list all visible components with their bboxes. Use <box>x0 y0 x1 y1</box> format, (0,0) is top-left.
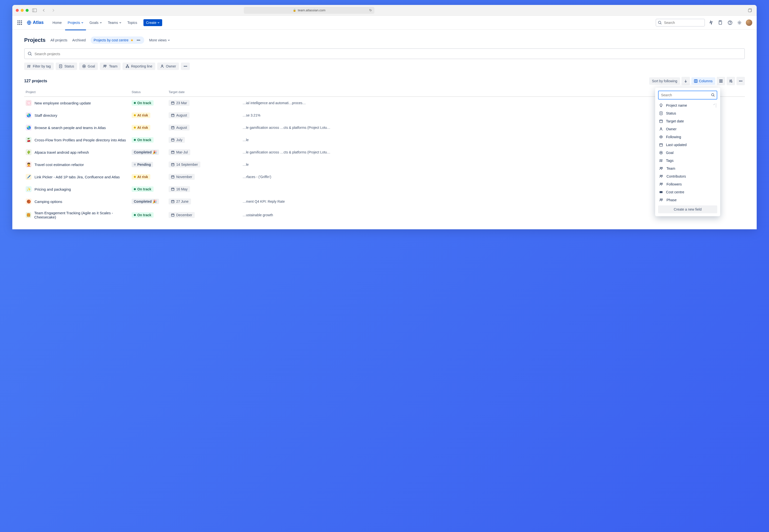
table-row[interactable]: ✨Pricing and packagingOn track16 May <box>24 183 745 195</box>
column-option[interactable]: Owner✕ <box>658 125 717 133</box>
column-label: Tags <box>666 159 674 163</box>
svg-point-24 <box>127 65 128 66</box>
table-row[interactable]: 🍒Cross-Flow from Profiles and People dir… <box>24 134 745 146</box>
filter-reporting[interactable]: Reporting line <box>122 63 155 70</box>
team-icon <box>659 166 664 170</box>
app-logo[interactable]: Atlas <box>27 20 44 25</box>
create-field-button[interactable]: Create a new field <box>658 205 717 213</box>
svg-point-57 <box>660 183 661 184</box>
table-row[interactable]: 🏀Camping optionsCompleted 🎉27 June…ment … <box>24 195 745 208</box>
sort-button[interactable]: Sort by following <box>649 77 680 85</box>
table-row[interactable]: 🌏Browse & search people and teams in Atl… <box>24 121 745 134</box>
status-chip: On track <box>132 137 153 143</box>
svg-point-26 <box>128 67 129 68</box>
filter-tag[interactable]: Filter by tag <box>24 63 54 70</box>
table-row[interactable]: 🖊️Link Picker - Add 1P tabs Jira, Conflu… <box>24 171 745 183</box>
create-button[interactable]: Create <box>143 19 162 26</box>
notifications-icon[interactable] <box>708 20 714 26</box>
forward-icon[interactable] <box>50 7 57 13</box>
column-label: Followers <box>667 182 682 186</box>
tabs-icon[interactable] <box>746 7 753 13</box>
user-icon <box>659 127 663 131</box>
table-row[interactable]: 🍔Team Engagement Tracking (Agile as it S… <box>24 208 745 222</box>
sort-direction-button[interactable] <box>682 77 690 85</box>
target-date: 27 June <box>169 199 191 204</box>
svg-point-55 <box>660 175 661 176</box>
project-icon: 🏀 <box>26 199 32 204</box>
tab-saved-view[interactable]: Projects by cost centre ★ ••• <box>91 36 144 44</box>
window-controls[interactable] <box>16 9 29 12</box>
app-switcher-icon[interactable] <box>17 20 23 26</box>
filter-more[interactable]: ••• <box>181 63 190 70</box>
reload-icon[interactable]: ↻ <box>369 8 372 12</box>
column-option[interactable]: Target date✓ <box>658 117 717 125</box>
col-status[interactable]: Status <box>132 90 169 94</box>
column-option[interactable]: Following✕ <box>658 133 717 141</box>
nav-projects[interactable]: Projects <box>65 19 86 26</box>
tab-archived[interactable]: Archived <box>72 38 85 42</box>
column-label: Following <box>666 135 681 139</box>
column-option[interactable]: Phase✕ <box>658 196 717 204</box>
svg-rect-39 <box>171 151 174 154</box>
column-option[interactable]: Contributors✕ <box>658 172 717 180</box>
column-option[interactable]: Tags✕ <box>658 157 717 165</box>
bookmark-icon[interactable] <box>718 20 724 26</box>
table-row[interactable]: 🌵Alpaca travel android app refreshComple… <box>24 146 745 158</box>
status-chip: On track <box>132 100 153 106</box>
filter-goal[interactable]: Goal <box>79 63 98 70</box>
more-actions-button[interactable]: ••• <box>736 77 745 85</box>
address-bar[interactable]: 🔒 team.atlassian.com ↻ <box>244 7 374 14</box>
global-search[interactable] <box>656 19 705 27</box>
goal-icon <box>659 151 663 155</box>
settings-icon[interactable] <box>736 20 742 26</box>
column-option[interactable]: Project name <box>658 101 717 109</box>
tab-all-projects[interactable]: All projects <box>51 38 67 42</box>
project-icon: 🌏 <box>26 125 32 131</box>
columns-button[interactable]: Columns <box>691 77 715 85</box>
column-option[interactable]: Team✕ <box>658 165 717 172</box>
column-option[interactable]: Status✓ <box>658 109 717 117</box>
chevron-down-icon <box>119 21 121 24</box>
svg-rect-6 <box>17 22 18 23</box>
filter-team[interactable]: Team <box>100 63 120 70</box>
filter-status[interactable]: Status <box>56 63 77 70</box>
chevron-down-icon <box>100 21 102 24</box>
table-row[interactable]: 🧑‍🦱Travel cost estimation refactorPendin… <box>24 158 745 171</box>
svg-rect-47 <box>660 120 663 123</box>
eye-icon <box>659 135 663 139</box>
svg-rect-5 <box>21 20 22 21</box>
filter-owner[interactable]: Owner <box>157 63 179 70</box>
chevron-down-icon <box>81 21 84 24</box>
col-target[interactable]: Target date <box>169 90 242 94</box>
column-option[interactable]: Cost centre✓ <box>658 188 717 196</box>
user-avatar[interactable] <box>746 19 752 26</box>
columns-search-input[interactable] <box>658 91 717 100</box>
project-search[interactable] <box>24 48 745 59</box>
svg-point-13 <box>658 21 661 24</box>
column-option[interactable]: Goal✓ <box>658 149 717 157</box>
help-icon[interactable] <box>727 20 733 26</box>
nav-goals[interactable]: Goals <box>87 19 104 26</box>
table-row[interactable]: 💮New employee onboarding updateOn track2… <box>24 97 745 109</box>
more-views-dropdown[interactable]: More views <box>149 38 170 42</box>
svg-point-54 <box>662 167 663 168</box>
column-option[interactable]: Followers✕ <box>658 180 717 188</box>
nav-teams[interactable]: Teams <box>105 19 124 26</box>
status-chip: Pending <box>132 162 153 167</box>
svg-rect-50 <box>660 144 663 146</box>
sidebar-toggle-icon[interactable] <box>31 7 38 13</box>
nav-home[interactable]: Home <box>50 19 64 26</box>
svg-point-53 <box>660 167 661 168</box>
column-label: Goal <box>666 151 674 155</box>
nav-topics[interactable]: Topics <box>125 19 140 26</box>
star-icon: ★ <box>130 38 134 42</box>
project-icon: 💮 <box>26 100 32 106</box>
table-row[interactable]: 🌏Staff directoryAt riskAugust…se 3.21% <box>24 109 745 121</box>
col-project[interactable]: Project <box>26 90 132 94</box>
project-name: Alpaca travel android app refresh <box>34 150 89 154</box>
timeline-view-button[interactable] <box>727 77 735 85</box>
view-more-icon[interactable]: ••• <box>136 38 141 43</box>
column-option[interactable]: Last updated✕ <box>658 141 717 149</box>
list-view-button[interactable] <box>717 77 725 85</box>
back-icon[interactable] <box>40 7 47 13</box>
